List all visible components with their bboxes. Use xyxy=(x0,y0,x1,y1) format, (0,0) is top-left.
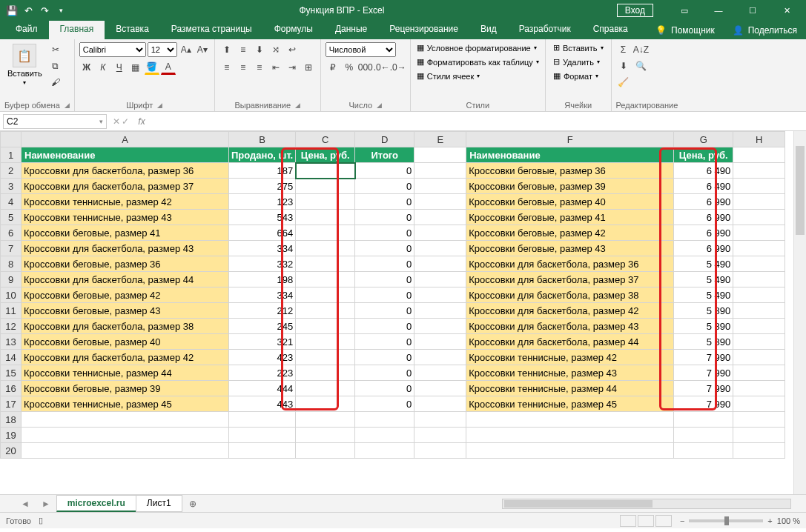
qat-customize-icon[interactable]: ▾ xyxy=(55,4,67,16)
cell[interactable] xyxy=(733,303,785,319)
cell[interactable] xyxy=(733,381,785,396)
wrap-text-icon[interactable]: ↩ xyxy=(285,42,300,57)
cell[interactable]: Кроссовки теннисные, размер 45 xyxy=(466,396,674,412)
fill-icon[interactable]: ⬇ xyxy=(616,59,631,73)
cell[interactable] xyxy=(414,272,466,287)
cell[interactable]: 212 xyxy=(229,303,296,319)
row-header[interactable]: 3 xyxy=(1,179,22,194)
cell[interactable]: Кроссовки для баскетбола, размер 44 xyxy=(22,272,229,287)
cell[interactable] xyxy=(296,412,355,428)
cell[interactable]: Кроссовки для баскетбола, размер 38 xyxy=(22,319,229,334)
cell[interactable] xyxy=(414,428,466,443)
formula-input[interactable] xyxy=(151,114,806,129)
spreadsheet-grid[interactable]: ABCDEFGH1НаименованиеПродано, шт.Цена, р… xyxy=(0,131,806,494)
close-icon[interactable]: ✕ xyxy=(770,0,803,21)
cell[interactable]: Цена, руб. xyxy=(674,147,733,163)
clear-icon[interactable]: 🧹 xyxy=(616,75,631,90)
cell[interactable]: 444 xyxy=(229,381,296,396)
cell[interactable] xyxy=(296,443,355,459)
cell[interactable]: 7 990 xyxy=(674,350,733,365)
number-format-select[interactable]: Числовой xyxy=(326,42,396,57)
save-icon[interactable]: 💾 xyxy=(6,4,18,16)
minimize-icon[interactable]: ― xyxy=(702,0,735,21)
cell[interactable] xyxy=(733,210,785,225)
cell[interactable]: 0 xyxy=(355,194,414,210)
cell[interactable] xyxy=(733,412,785,428)
cell[interactable]: Итого xyxy=(355,147,414,163)
row-header[interactable]: 9 xyxy=(1,272,22,287)
sheet-nav-next-icon[interactable]: ► xyxy=(36,499,56,509)
cell[interactable]: 0 xyxy=(355,241,414,256)
autosum-icon[interactable]: Σ xyxy=(616,42,631,57)
font-size-select[interactable]: 12 xyxy=(148,42,177,57)
cell[interactable]: Кроссовки для баскетбола, размер 38 xyxy=(466,287,674,303)
cell[interactable]: 0 xyxy=(355,381,414,396)
select-all-corner[interactable] xyxy=(1,132,22,147)
cell[interactable]: 0 xyxy=(355,334,414,350)
increase-indent-icon[interactable]: ⇥ xyxy=(285,60,300,75)
cell[interactable]: 0 xyxy=(355,225,414,241)
login-button[interactable]: Вход xyxy=(617,4,653,17)
cell[interactable] xyxy=(733,272,785,287)
currency-icon[interactable]: ₽ xyxy=(326,60,340,75)
cell[interactable] xyxy=(296,256,355,272)
sheet-nav-prev-icon[interactable]: ◄ xyxy=(15,499,36,509)
cell[interactable]: Кроссовки беговые, размер 40 xyxy=(22,334,229,350)
row-header[interactable]: 17 xyxy=(1,396,22,412)
cell[interactable] xyxy=(414,319,466,334)
cell[interactable] xyxy=(414,147,466,163)
cell[interactable] xyxy=(733,163,785,179)
tab-разработчик[interactable]: Разработчик xyxy=(508,21,582,39)
cell[interactable] xyxy=(733,147,785,163)
cell[interactable] xyxy=(355,412,414,428)
insert-cells-button[interactable]: ⊞Вставить▾ xyxy=(550,42,607,53)
cell[interactable]: 0 xyxy=(355,303,414,319)
cell[interactable]: 6 990 xyxy=(674,210,733,225)
cell[interactable] xyxy=(229,443,296,459)
maximize-icon[interactable]: ☐ xyxy=(736,0,769,21)
cell[interactable] xyxy=(296,210,355,225)
redo-icon[interactable]: ↷ xyxy=(39,4,50,16)
row-header[interactable]: 2 xyxy=(1,163,22,179)
align-left-icon[interactable]: ≡ xyxy=(219,60,234,75)
cell[interactable]: 123 xyxy=(229,194,296,210)
cell[interactable]: 0 xyxy=(355,210,414,225)
vertical-scrollbar[interactable] xyxy=(793,131,806,494)
cell[interactable]: Кроссовки для баскетбола, размер 36 xyxy=(466,256,674,272)
cell[interactable]: 223 xyxy=(229,365,296,381)
cell[interactable]: 5 890 xyxy=(674,303,733,319)
cell[interactable] xyxy=(414,287,466,303)
increase-decimal-icon[interactable]: .0← xyxy=(374,60,389,75)
cell[interactable]: 6 990 xyxy=(674,194,733,210)
cell[interactable]: Кроссовки для баскетбола, размер 42 xyxy=(22,350,229,365)
cell[interactable] xyxy=(414,334,466,350)
undo-icon[interactable]: ↶ xyxy=(22,4,34,16)
cell[interactable] xyxy=(674,412,733,428)
cell[interactable] xyxy=(733,443,785,459)
cell[interactable]: 6 990 xyxy=(674,225,733,241)
cell[interactable]: 6 490 xyxy=(674,163,733,179)
cell[interactable] xyxy=(466,443,674,459)
cell[interactable]: 0 xyxy=(355,396,414,412)
col-header[interactable]: F xyxy=(466,132,674,147)
cell[interactable] xyxy=(296,179,355,194)
tab-рецензирование[interactable]: Рецензирование xyxy=(378,21,469,39)
page-layout-view-icon[interactable] xyxy=(638,515,654,527)
cell[interactable] xyxy=(733,225,785,241)
cell[interactable]: Кроссовки теннисные, размер 44 xyxy=(22,365,229,381)
cell-styles-button[interactable]: ▦Стили ячеек▾ xyxy=(415,70,481,82)
sheet-tab[interactable]: microexcel.ru xyxy=(56,495,136,512)
italic-button[interactable]: К xyxy=(96,60,110,75)
cell[interactable]: 5 890 xyxy=(674,334,733,350)
cut-icon[interactable]: ✂ xyxy=(48,42,63,57)
cell[interactable] xyxy=(466,412,674,428)
cell[interactable] xyxy=(414,225,466,241)
orientation-icon[interactable]: ⤭ xyxy=(268,42,283,57)
row-header[interactable]: 1 xyxy=(1,147,22,163)
cell[interactable] xyxy=(733,241,785,256)
cell[interactable] xyxy=(674,428,733,443)
cell[interactable] xyxy=(296,396,355,412)
cell[interactable] xyxy=(296,350,355,365)
share-button[interactable]: 👤Поделиться xyxy=(724,21,806,39)
cell[interactable]: Кроссовки для баскетбола, размер 37 xyxy=(22,179,229,194)
